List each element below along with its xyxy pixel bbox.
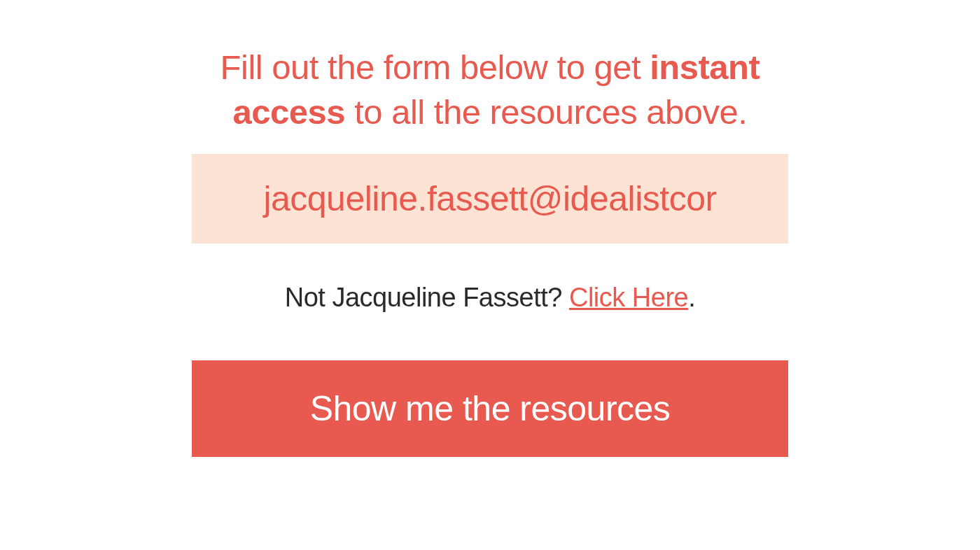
not-user-suffix: . (688, 283, 695, 312)
submit-button[interactable]: Show me the resources (192, 360, 788, 457)
not-user-link[interactable]: Click Here (569, 283, 688, 312)
form-heading: Fill out the form below to get instant a… (192, 45, 788, 134)
form-container: Fill out the form below to get instant a… (192, 45, 788, 457)
not-user-prefix: Not Jacqueline Fassett? (285, 283, 569, 312)
heading-text-suffix: to all the resources above. (345, 93, 747, 131)
not-user-text: Not Jacqueline Fassett? Click Here. (285, 283, 696, 313)
email-input[interactable] (192, 154, 788, 244)
heading-text-prefix: Fill out the form below to get (220, 48, 650, 86)
